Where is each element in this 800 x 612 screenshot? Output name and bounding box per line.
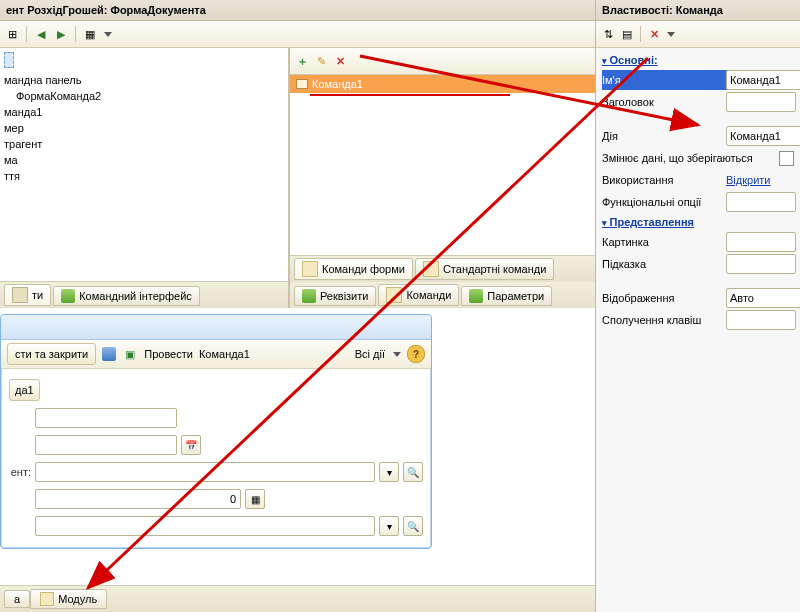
save-close-button[interactable]: сти та закрити — [7, 343, 96, 365]
tab-standard-commands[interactable]: Стандартні команди — [415, 258, 554, 280]
save-icon[interactable] — [102, 347, 116, 361]
tab-label: Стандартні команди — [443, 263, 546, 275]
add-icon[interactable]: ＋ — [294, 53, 310, 69]
tree-item[interactable]: мер — [4, 120, 284, 136]
categorize-icon[interactable]: ▤ — [619, 26, 635, 42]
cmd-icon — [423, 261, 439, 277]
edit-icon[interactable]: ✎ — [313, 53, 329, 69]
chevron-down-icon[interactable] — [667, 32, 675, 37]
tab-attributes[interactable]: Реквізити — [294, 286, 376, 306]
prop-funcopts-input[interactable] — [726, 192, 796, 212]
prop-label: Відображення — [602, 292, 722, 304]
command-item-selected[interactable]: Команда1 — [290, 75, 595, 93]
crumb-label: да1 — [15, 384, 34, 396]
tree-item[interactable]: трагент — [4, 136, 284, 152]
tab-form-commands[interactable]: Команди форми — [294, 258, 413, 280]
prop-hint-row[interactable]: Підказка — [602, 254, 794, 274]
tree-item[interactable]: ття — [4, 168, 284, 184]
nav-fwd-icon[interactable]: ▶ — [53, 26, 69, 42]
dropdown-icon[interactable]: ▾ — [379, 462, 399, 482]
cmd-icon — [386, 287, 402, 303]
dropdown-icon[interactable]: ▾ — [379, 516, 399, 536]
help-icon[interactable]: ? — [407, 345, 425, 363]
group-main[interactable]: Основні: — [602, 52, 794, 68]
nav-back-icon[interactable]: ◀ — [33, 26, 49, 42]
prop-label: Функціональні опції — [602, 196, 722, 208]
sort-icon[interactable]: ⇅ — [600, 26, 616, 42]
lookup-icon[interactable]: 🔍 — [403, 516, 423, 536]
prop-display-row[interactable]: Відображення Авто — [602, 288, 794, 308]
prop-hint-input[interactable] — [726, 254, 796, 274]
prop-picture-input[interactable] — [726, 232, 796, 252]
prop-action-row[interactable]: Дія Команда1 — [602, 126, 794, 146]
commands-list[interactable]: Команда1 — [290, 75, 595, 255]
bottom-tabbar: а Модуль — [0, 585, 595, 612]
chevron-down-icon[interactable] — [393, 352, 401, 357]
tab-elements[interactable]: ти — [4, 284, 51, 306]
prop-title-row[interactable]: Заголовок — [602, 92, 794, 112]
commands-toolbar: ＋ ✎ ✕ — [290, 48, 595, 75]
tab-parameters[interactable]: Параметри — [461, 286, 552, 306]
tree-lower-tabbar: ти Командний інтерфейс — [0, 281, 288, 308]
form-elements-tree[interactable]: мандна панель ФормаКоманда2 манда1 мер т… — [0, 48, 288, 281]
conduct-label[interactable]: Провести — [144, 348, 193, 360]
delete-icon[interactable]: ✕ — [332, 53, 348, 69]
chevron-down-icon[interactable] — [104, 32, 112, 37]
form-icon — [12, 287, 28, 303]
module-icon — [40, 592, 54, 606]
lookup-field[interactable] — [35, 462, 375, 482]
preview-toolbar: сти та закрити ▣ Провести Команда1 Всі д… — [1, 340, 431, 369]
usage-link[interactable]: Відкрити — [726, 174, 770, 186]
lookup-field[interactable] — [35, 516, 375, 536]
lookup-icon[interactable]: 🔍 — [403, 462, 423, 482]
prop-usage-row[interactable]: Використання Відкрити — [602, 170, 794, 190]
command-icon — [296, 79, 308, 89]
prop-title-input[interactable] — [726, 92, 796, 112]
tab-command-interface[interactable]: Командний інтерфейс — [53, 286, 200, 306]
tree-item[interactable]: мандна панель — [4, 72, 284, 88]
command-label: Команда1 — [312, 75, 363, 93]
tree-item[interactable]: манда1 — [4, 104, 284, 120]
window-title: ент РозхідГрошей: ФормаДокумента — [0, 0, 595, 21]
button-label: сти та закрити — [15, 348, 88, 360]
prop-action-input[interactable]: Команда1 — [726, 126, 800, 146]
date-field[interactable] — [35, 435, 177, 455]
prop-name-input[interactable]: Команда1 — [726, 70, 800, 90]
commands-tabbar: Команди форми Стандартні команди — [290, 255, 595, 282]
tab-form[interactable]: а — [4, 590, 30, 608]
tab-label: Реквізити — [320, 290, 368, 302]
checkbox[interactable] — [779, 151, 794, 166]
prop-picture-row[interactable]: Картинка — [602, 232, 794, 252]
prop-shortcut-row[interactable]: Сполучення клавіш — [602, 310, 794, 330]
prop-label: Використання — [602, 174, 722, 186]
prop-shortcut-input[interactable] — [726, 310, 796, 330]
prop-label: Сполучення клавіш — [602, 314, 722, 326]
calc-icon[interactable]: ▦ — [245, 489, 265, 509]
prop-label: Заголовок — [602, 96, 722, 108]
cmd1-button[interactable]: Команда1 — [199, 348, 250, 360]
database-icon — [469, 289, 483, 303]
group-presentation[interactable]: Представлення — [602, 214, 794, 230]
expand-icon[interactable]: ⊞ — [4, 26, 20, 42]
all-actions-button[interactable]: Всі дії — [355, 348, 385, 360]
prop-display-input[interactable]: Авто — [726, 288, 800, 308]
tab-label: Команди форми — [322, 263, 405, 275]
tab-module[interactable]: Модуль — [30, 589, 107, 609]
prop-funcopts-row[interactable]: Функціональні опції — [602, 192, 794, 212]
table-icon[interactable]: ▦ — [82, 26, 98, 42]
tab-commands[interactable]: Команди — [378, 284, 459, 306]
prop-name-row[interactable]: Ім'я Команда1 — [602, 70, 794, 90]
preview-titlebar — [1, 315, 431, 340]
input-field[interactable] — [35, 408, 177, 428]
number-field[interactable]: 0 — [35, 489, 241, 509]
clear-icon[interactable]: ✕ — [646, 26, 662, 42]
main-toolbar: ⊞ ◀ ▶ ▦ — [0, 21, 595, 48]
tree-item[interactable]: ма — [4, 152, 284, 168]
conduct-icon[interactable]: ▣ — [122, 346, 138, 362]
tree-item[interactable]: ФормаКоманда2 — [4, 88, 284, 104]
crumb-button[interactable]: да1 — [9, 379, 40, 401]
cmd-icon — [302, 261, 318, 277]
calendar-icon[interactable]: 📅 — [181, 435, 201, 455]
attributes-tabbar: Реквізити Команди Параметри — [290, 282, 595, 308]
prop-changes-row[interactable]: Змінює дані, що зберігаються — [602, 148, 794, 168]
